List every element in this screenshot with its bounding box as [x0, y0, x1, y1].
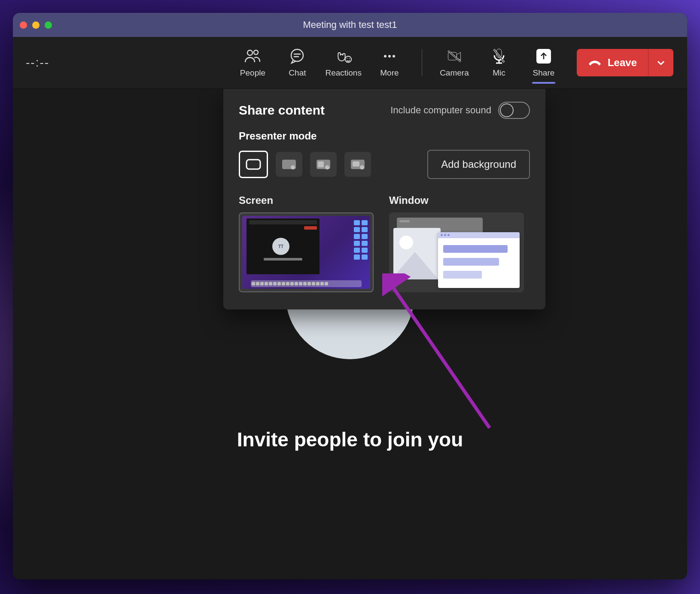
svg-point-22 — [291, 165, 295, 170]
hangup-icon — [588, 58, 602, 67]
screen-preview: TT — [242, 216, 370, 289]
reactions-button[interactable]: Reactions — [325, 48, 362, 78]
include-sound-label: Include computer sound — [390, 105, 491, 116]
include-sound-toggle[interactable] — [498, 102, 530, 119]
svg-rect-27 — [353, 161, 359, 167]
invite-heading: Invite people to join you — [13, 428, 687, 451]
screen-section-label: Screen — [239, 194, 374, 206]
titlebar: Meeting with test test1 — [13, 13, 687, 37]
minimize-window-button[interactable] — [32, 21, 40, 29]
more-icon — [381, 48, 398, 65]
more-button[interactable]: More — [373, 48, 406, 78]
svg-rect-20 — [247, 160, 260, 169]
chat-label: Chat — [289, 68, 306, 78]
window-section-label: Window — [389, 194, 524, 206]
presenter-mode-heading: Presenter mode — [239, 130, 530, 142]
preview-avatar-initials: TT — [272, 238, 289, 255]
window-title: Meeting with test test1 — [13, 19, 687, 30]
window-preview — [393, 218, 520, 288]
camera-label: Camera — [440, 68, 469, 78]
presenter-mode-row: Add background — [239, 150, 530, 179]
mic-button[interactable]: Mic — [482, 48, 516, 78]
svg-point-6 — [347, 58, 347, 59]
more-label: More — [380, 68, 399, 78]
svg-point-0 — [247, 50, 253, 55]
leave-cluster: Leave — [577, 49, 673, 76]
svg-point-7 — [349, 58, 350, 59]
fullscreen-window-button[interactable] — [45, 21, 52, 29]
svg-rect-24 — [318, 161, 324, 167]
people-label: People — [240, 68, 265, 78]
leave-label: Leave — [608, 57, 637, 69]
svg-point-28 — [360, 165, 364, 170]
share-source-row: Screen TT — [239, 194, 530, 292]
share-icon — [535, 48, 552, 65]
include-sound-row: Include computer sound — [390, 102, 530, 119]
chat-icon — [289, 48, 306, 65]
people-icon — [244, 48, 261, 65]
presenter-mode-reporter[interactable] — [344, 152, 371, 177]
reactions-label: Reactions — [325, 68, 362, 78]
meeting-stage: Invite people to join you Share content … — [13, 89, 687, 579]
share-window-thumbnail[interactable] — [389, 212, 524, 292]
window-controls — [20, 21, 52, 29]
chevron-down-icon — [656, 58, 666, 67]
toolbar-buttons: People Chat — [236, 48, 673, 78]
svg-point-25 — [325, 165, 329, 170]
share-screen-thumbnail[interactable]: TT — [239, 212, 374, 292]
camera-off-icon — [446, 48, 463, 65]
mic-off-icon — [490, 48, 508, 65]
mic-label: Mic — [493, 68, 505, 78]
svg-point-2 — [291, 49, 303, 61]
leave-button[interactable]: Leave — [577, 49, 648, 76]
svg-point-8 — [384, 55, 387, 58]
presenter-mode-standout[interactable] — [276, 152, 302, 177]
add-background-label: Add background — [441, 158, 516, 170]
presenter-mode-side-by-side[interactable] — [310, 152, 337, 177]
share-label: Share — [533, 68, 555, 78]
share-active-indicator — [532, 82, 555, 84]
chat-button[interactable]: Chat — [280, 48, 314, 78]
svg-point-9 — [388, 55, 391, 58]
add-background-button[interactable]: Add background — [427, 150, 530, 179]
app-window: Meeting with test test1 --:-- People — [13, 13, 687, 579]
leave-options-button[interactable] — [648, 49, 673, 76]
camera-button[interactable]: Camera — [438, 48, 471, 78]
presenter-mode-content-only[interactable] — [239, 151, 268, 178]
share-button[interactable]: Share — [527, 48, 560, 78]
close-window-button[interactable] — [20, 21, 27, 29]
toggle-knob — [500, 103, 514, 117]
share-panel-title: Share content — [239, 103, 390, 118]
meeting-toolbar: --:-- People — [13, 37, 687, 89]
share-content-panel: Share content Include computer sound Pre… — [223, 89, 545, 309]
toolbar-divider — [422, 49, 422, 76]
svg-point-10 — [393, 55, 395, 58]
people-button[interactable]: People — [236, 48, 269, 78]
meeting-timer: --:-- — [18, 56, 94, 70]
reactions-icon — [335, 48, 352, 65]
svg-point-1 — [254, 50, 258, 55]
